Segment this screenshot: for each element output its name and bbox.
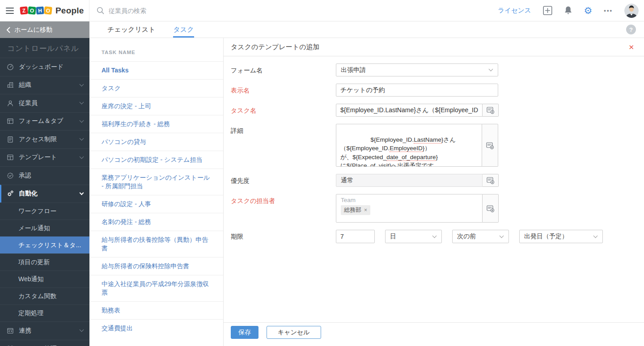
- hamburger-menu-icon[interactable]: [6, 8, 14, 14]
- sidebar-item-organization[interactable]: 組織: [0, 76, 89, 94]
- top-bar: Z O H O People ライセンス ⚙ •••: [0, 0, 644, 21]
- sidebar-subitem-webhook[interactable]: Web通知: [0, 270, 89, 287]
- description-textarea[interactable]: ${Employee_ID.LastName}さん （${Employee_ID…: [336, 124, 482, 167]
- task-item[interactable]: タスク: [89, 79, 223, 97]
- task-name-label: タスク名: [231, 104, 336, 117]
- sidebar-item-dashboard[interactable]: ダッシュボード: [0, 58, 89, 76]
- gear-icon[interactable]: ⚙: [584, 6, 593, 15]
- help-icon[interactable]: ?: [626, 25, 636, 34]
- sidebar-item-label: 従業員: [19, 99, 75, 107]
- task-item[interactable]: 給与所得者の保険料控除申告書: [89, 257, 223, 275]
- task-item[interactable]: パソコンの貸与: [89, 133, 223, 151]
- form-name-select[interactable]: 出張申請: [336, 63, 498, 76]
- sidebar-item-employee[interactable]: 従業員: [0, 94, 89, 112]
- zoho-people-app: Z O H O People ライセンス ⚙ •••: [0, 0, 644, 346]
- form-row-description: 詳細 ${Employee_ID.LastName}さん （${Employee…: [231, 124, 644, 167]
- insert-field-icon[interactable]: [483, 194, 499, 223]
- task-item-label: 研修の設定 - 人事: [102, 200, 151, 207]
- sidebar-item-label: テンプレート: [19, 153, 75, 161]
- employee-icon: [6, 100, 14, 107]
- form-row-display-name: 表示名: [231, 84, 644, 97]
- sidebar-subitem-checklist-tasks[interactable]: チェックリスト＆タ...: [0, 236, 89, 253]
- form-row-task-name: タスク名: [231, 104, 644, 117]
- sidebar-item-label: 連携: [19, 327, 75, 335]
- description-value: ${Employee_ID.LastName}さん （${Employee_ID…: [340, 136, 456, 167]
- remove-tag-icon[interactable]: ×: [364, 207, 367, 213]
- task-item[interactable]: 名刺の発注 - 総務: [89, 213, 223, 231]
- tabs-row: チェックリスト タスク ?: [89, 21, 644, 38]
- integrations-icon: [6, 327, 14, 334]
- close-icon[interactable]: ✕: [628, 43, 634, 51]
- form-row-form-name: フォーム名 出張申請: [231, 63, 644, 76]
- due-unit-select[interactable]: 日: [385, 230, 442, 243]
- sidebar-subitem-label: 項目の更新: [18, 258, 50, 266]
- task-item-label: 名刺の発注 - 総務: [102, 218, 151, 225]
- sidebar-item-label: 自動化: [19, 190, 75, 198]
- more-options-icon[interactable]: •••: [604, 7, 613, 14]
- task-item-label: パソコンの初期設定 - システム担当: [102, 156, 202, 163]
- task-item[interactable]: 座席の決定 - 上司: [89, 97, 223, 115]
- back-to-home[interactable]: ホームに移動: [0, 21, 89, 38]
- task-name-input[interactable]: [336, 104, 483, 117]
- sidebar-item-automation[interactable]: 自動化: [0, 185, 89, 203]
- sidebar-subitem-custom-function[interactable]: カスタム関数: [0, 287, 89, 304]
- task-item-all-tasks[interactable]: All Tasks: [89, 61, 223, 79]
- display-name-label: 表示名: [231, 84, 336, 97]
- sidebar-item-forms-tabs[interactable]: フォーム＆タブ: [0, 112, 89, 131]
- due-relation-value: 次の前: [457, 232, 500, 241]
- assignee-input[interactable]: Team 総務部 ×: [336, 194, 483, 223]
- task-item[interactable]: 給与所得者の扶養控除等（異動）申告書: [89, 231, 223, 257]
- insert-field-icon[interactable]: [483, 174, 499, 187]
- task-item-label: 給与所得者の保険料控除申告書: [102, 262, 189, 270]
- sidebar-subitem-label: チェックリスト＆タ...: [18, 241, 81, 249]
- bell-icon[interactable]: [564, 6, 572, 15]
- back-to-home-label: ホームに移動: [14, 26, 52, 34]
- task-item[interactable]: 交通費提出: [89, 319, 223, 337]
- display-name-input[interactable]: [336, 84, 498, 97]
- task-item[interactable]: 勤務表: [89, 301, 223, 319]
- automation-icon: [6, 190, 14, 197]
- cancel-button[interactable]: キャンセル: [267, 326, 321, 339]
- task-item[interactable]: 中途入社従業員の平成29年分源泉徴収票: [89, 275, 223, 301]
- chevron-down-icon: [500, 233, 504, 238]
- task-item[interactable]: 研修の設定 - 人事: [89, 195, 223, 213]
- sidebar-item-integrations[interactable]: 連携: [0, 321, 89, 340]
- left-column: ホームに移動 コントロールパネル ダッシュボード 組織 従業員: [0, 21, 89, 346]
- insert-field-icon[interactable]: [483, 104, 499, 117]
- due-relation-select[interactable]: 次の前: [452, 230, 509, 243]
- sidebar-subitem-field-update[interactable]: 項目の更新: [0, 253, 89, 270]
- task-item-label: 勤務表: [102, 307, 120, 314]
- sidebar-item-template[interactable]: テンプレート: [0, 148, 89, 167]
- save-button[interactable]: 保存: [231, 326, 258, 339]
- form-name-value: 出張申請: [341, 66, 489, 74]
- form-row-due: 期限 日 次の前: [231, 230, 644, 243]
- tab-tasks[interactable]: タスク: [173, 21, 194, 38]
- task-item-label: 交通費提出: [102, 325, 133, 332]
- zoho-people-logo[interactable]: Z O H O People: [20, 6, 84, 16]
- due-unit-value: 日: [390, 232, 433, 241]
- search-input[interactable]: [109, 7, 297, 14]
- task-item[interactable]: 福利厚生の手続き - 総務: [89, 115, 223, 133]
- sidebar-subitem-scheduler[interactable]: 定期処理: [0, 304, 89, 321]
- due-reference-select[interactable]: 出発日（予定）: [519, 230, 603, 243]
- user-avatar[interactable]: [624, 4, 639, 18]
- due-number-input[interactable]: [336, 230, 375, 243]
- access-restriction-icon: [6, 136, 14, 143]
- task-item-label: 業務アプリケーションのインストール - 所属部門担当: [102, 174, 210, 190]
- tab-checklist[interactable]: チェックリスト: [107, 21, 155, 38]
- task-item[interactable]: 業務アプリケーションのインストール - 所属部門担当: [89, 169, 223, 195]
- task-item-label: 給与所得者の扶養控除等（異動）申告書: [102, 236, 208, 252]
- add-new-icon[interactable]: [543, 6, 552, 15]
- chevron-left-icon: [6, 27, 10, 33]
- task-item-label: All Tasks: [102, 67, 128, 74]
- sidebar-subitem-workflow[interactable]: ワークフロー: [0, 203, 89, 219]
- assignee-placeholder: Team: [341, 197, 478, 203]
- task-item[interactable]: パソコンの初期設定 - システム担当: [89, 151, 223, 169]
- priority-input[interactable]: 通常: [336, 174, 483, 187]
- sidebar-item-approval[interactable]: 承認: [0, 166, 89, 185]
- sidebar-item-access-restriction[interactable]: アクセス制限: [0, 130, 89, 148]
- sidebar-subitem-mail-alert[interactable]: メール通知: [0, 219, 89, 236]
- sidebar-item-data-administration[interactable]: データの管理: [0, 340, 89, 346]
- license-link[interactable]: ライセンス: [498, 6, 531, 15]
- insert-field-icon[interactable]: [482, 124, 498, 167]
